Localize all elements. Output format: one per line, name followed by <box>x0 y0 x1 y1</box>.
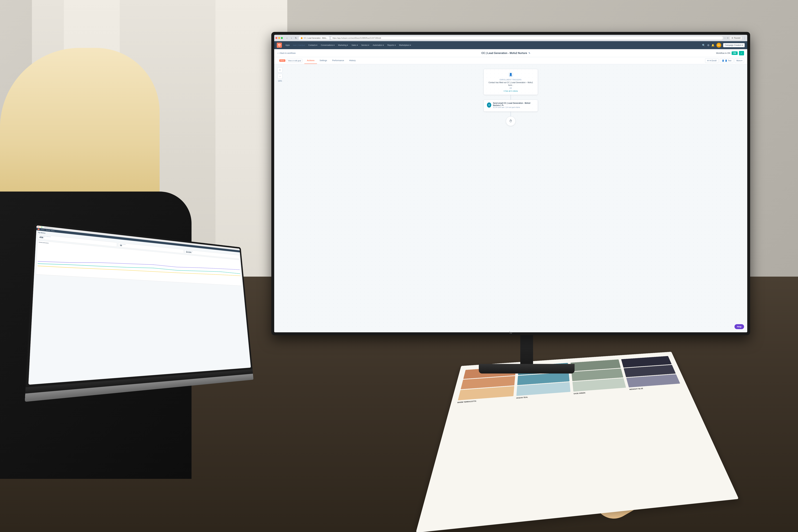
laptop-nav-contacts[interactable]: Contacts <box>41 229 44 230</box>
zoom-out-tool[interactable]: − <box>278 74 283 79</box>
laptop-screen[interactable]: https://app.hubspot.com Contacts Marketi… <box>28 225 251 385</box>
monitor-bezel: ‹ › ↻ 🟠 CC | Lead Generation - Mofu... h… <box>271 32 750 335</box>
workflow-alerts-area: Alerts View or edit goal <box>278 57 304 64</box>
workflow-title-area: CC | Lead Generation - Mofu2 Nurture ✎ <box>481 52 530 55</box>
monitor: ‹ › ↻ 🟠 CC | Lead Generation - Mofu... h… <box>271 32 782 415</box>
hs-nav-marketplace[interactable]: Marketplace ▾ <box>398 43 413 47</box>
chrome-minimize-dot[interactable] <box>278 37 280 39</box>
hs-nav-marketing[interactable]: Marketing ▾ <box>337 43 349 47</box>
hs-account-label: marc | HubSpot <box>291 43 306 47</box>
chrome-tab-active[interactable]: 🟠 CC | Lead Generation - Mofu... <box>299 36 329 40</box>
tab-history[interactable]: History <box>347 57 358 64</box>
chrome-traffic-lights <box>276 37 283 39</box>
laptop-hs-logo <box>38 228 40 230</box>
hubspot-logo-svg <box>278 43 281 47</box>
chrome-maximize-dot[interactable] <box>281 37 283 39</box>
chrome-toolbar-actions: ☆ ⚙ <box>724 37 728 39</box>
chrome-bookmark-icon[interactable]: ☆ <box>724 37 726 39</box>
view-edit-goal-button[interactable]: View or edit goal <box>287 59 302 62</box>
zoom-level-display: 100% <box>278 80 283 82</box>
monitor-stand-neck <box>520 335 533 364</box>
workflow-page: ‹ < Back to workflows CC | Lead Generati… <box>274 49 747 332</box>
test-icon: 👤 <box>722 59 724 62</box>
chrome-tab-favicon: 🟠 <box>301 37 303 39</box>
workflow-topbar: ‹ < Back to workflows CC | Lead Generati… <box>274 49 747 57</box>
hs-nav-reports[interactable]: Reports ▾ <box>386 43 397 47</box>
svg-point-1 <box>279 44 280 45</box>
monitor-brand-logo: hp <box>509 331 512 334</box>
hs-nav-service[interactable]: Service ▾ <box>360 43 371 47</box>
workflow-tab-group: Alerts View or edit goal Actions Setting… <box>278 57 358 64</box>
back-link-text: < Back to workflows <box>279 52 296 54</box>
hs-nav-automation[interactable]: Automation ▾ <box>371 43 385 47</box>
tab-actions[interactable]: Actions <box>304 57 317 64</box>
hs-search-icon[interactable]: 🔍 <box>702 44 705 47</box>
hs-top-navigation: Apps marc | HubSpot Contacts ▾ Conversat… <box>274 41 747 49</box>
hs-nav-apps[interactable]: Apps <box>284 43 291 47</box>
help-button[interactable]: Help <box>735 324 744 329</box>
paused-badge: ⏸ Paused <box>729 36 742 40</box>
hs-logo <box>277 43 282 48</box>
chrome-navigation: ‹ › ↻ <box>285 36 298 40</box>
laptop-dot-green[interactable] <box>41 227 42 228</box>
laptop-screen-outer: https://app.hubspot.com Contacts Marketi… <box>25 223 252 387</box>
hs-nav-conversations[interactable]: Conversations ▾ <box>319 43 336 47</box>
canvas-tools: + − 100% <box>278 68 283 82</box>
tab-settings[interactable]: Settings <box>317 57 329 64</box>
hs-settings-icon[interactable]: ⚙ <box>707 44 709 47</box>
paused-label: Paused <box>734 37 740 39</box>
chrome-extensions-icon[interactable]: ⚙ <box>727 37 728 39</box>
hs-nav-right: 🔍 ⚙ 🔔 CC Campaign Creators ▾ <box>702 43 745 48</box>
chrome-close-dot[interactable] <box>276 37 278 39</box>
monitor-stand-base <box>479 364 574 374</box>
laptop-hubspot-dashboard: https://app.hubspot.com Contacts Marketi… <box>28 225 251 385</box>
hs-user-avatar[interactable]: CC <box>717 43 721 48</box>
back-arrow-icon: ‹ <box>278 52 278 54</box>
chrome-tab-title: CC | Lead Generation - Mofu... <box>304 37 327 39</box>
chrome-url-bar[interactable]: https://app.hubspot.com/workflows/313889… <box>330 36 723 40</box>
svg-point-2 <box>280 45 280 46</box>
workflow-status-on-badge: ON <box>732 51 738 55</box>
canvas-dot-grid <box>274 64 747 332</box>
more-button[interactable]: More ▾ <box>735 58 744 63</box>
hubspot-monitor-ui: ‹ › ↻ 🟠 CC | Lead Generation - Mofu... h… <box>274 35 747 332</box>
alerts-badge[interactable]: Alerts <box>279 59 285 62</box>
chrome-browser-bar: ‹ › ↻ 🟠 CC | Lead Generation - Mofu... h… <box>274 35 747 41</box>
hs-nav-sales[interactable]: Sales ▾ <box>350 43 359 47</box>
workflow-on-label: Workflow is ON <box>716 52 730 54</box>
chrome-back-button[interactable]: ‹ <box>285 36 289 40</box>
laptop-nav-reports[interactable]: Reports <box>51 230 54 231</box>
chrome-forward-button[interactable]: › <box>289 36 293 40</box>
enroll-icon: ✉ <box>707 59 709 62</box>
campaign-creators-label: Campaign Creators ▾ <box>725 44 743 46</box>
chrome-refresh-button[interactable]: ↻ <box>294 36 298 40</box>
zoom-in-tool[interactable]: + <box>278 68 283 73</box>
laptop-nav-marketing[interactable]: Marketing <box>46 230 50 231</box>
workflow-edit-icon[interactable]: ✎ <box>528 52 530 54</box>
hs-notifications-icon[interactable]: 🔔 <box>711 44 715 47</box>
monitor-screen[interactable]: ‹ › ↻ 🟠 CC | Lead Generation - Mofu... h… <box>274 35 747 332</box>
workflow-title-text: CC | Lead Generation - Mofu2 Nurture <box>481 52 527 55</box>
tab-performance[interactable]: Performance <box>329 57 346 64</box>
workflow-confirm-button[interactable]: ✓ <box>739 51 744 55</box>
workflow-canvas: + − 100% 👤 Enrollment triggers: Contac <box>274 64 747 332</box>
enroll-button[interactable]: ✉ ✉ Enroll <box>705 58 719 63</box>
laptop-dot-yellow[interactable] <box>39 226 40 227</box>
paused-icon: ⏸ <box>731 37 733 39</box>
chrome-more-icon[interactable]: ⋮ <box>743 36 746 40</box>
test-button[interactable]: 👤 👤 Test <box>720 58 733 63</box>
laptop-chart <box>37 243 241 283</box>
laptop: https://app.hubspot.com Contacts Marketi… <box>23 223 258 430</box>
campaign-creators-menu[interactable]: Campaign Creators ▾ <box>723 43 745 47</box>
workflow-status-area: Workflow is ON ON ✓ <box>716 51 744 55</box>
laptop-dot-red[interactable] <box>38 226 39 227</box>
svg-point-3 <box>278 45 279 46</box>
back-to-workflows-link[interactable]: ‹ < Back to workflows <box>278 52 296 54</box>
hs-nav-contacts[interactable]: Contacts ▾ <box>307 43 319 47</box>
workflow-tabs: Alerts View or edit goal Actions Setting… <box>274 57 747 64</box>
workflow-action-buttons: ✉ ✉ Enroll 👤 👤 Test More ▾ <box>705 58 744 63</box>
